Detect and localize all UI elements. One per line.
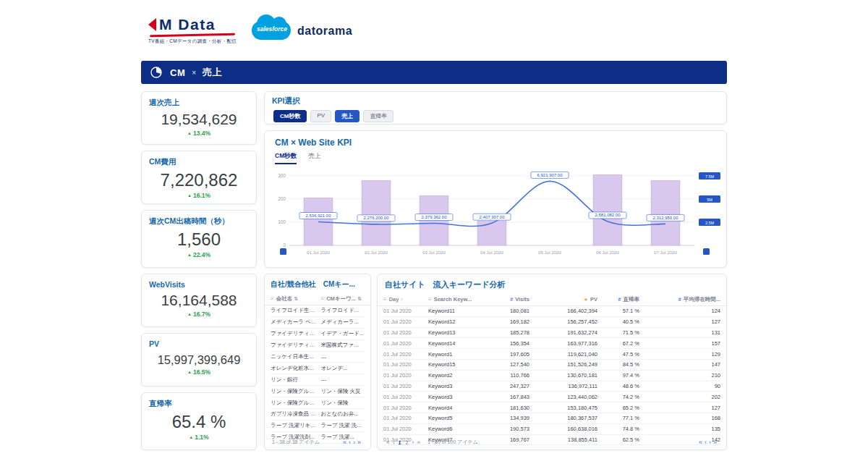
column-header-avg-duration[interactable]: # 平均滞在時間...: [639, 296, 720, 303]
inflow-table-title: 自社サイト 流入キーワード分析: [378, 274, 726, 293]
table-cell: 185,278: [485, 329, 529, 336]
kpi-card-value: 16,164,588: [142, 292, 256, 309]
dashboard-page: M Data TV番組・CMデータの調査・分析・配信 salesforce da…: [0, 0, 868, 456]
last-page-button[interactable]: »: [417, 439, 420, 446]
logo-mark-icon: [148, 18, 156, 31]
titlebar-left-label: CM: [170, 67, 185, 78]
next-page-button[interactable]: ›: [412, 439, 414, 446]
page-number-1[interactable]: 1: [399, 440, 401, 445]
column-header-company[interactable]: 会社名 ⇅: [271, 295, 321, 303]
point-label: 2,407,307.00: [479, 215, 505, 219]
table-row[interactable]: 01 Jul 2020Keyword2110,766130,670,18197.…: [383, 371, 720, 381]
column-header-bounce-rate[interactable]: # 直帰率: [597, 296, 639, 303]
table-cell: 180,081: [485, 308, 529, 314]
first-page-button[interactable]: «: [386, 439, 390, 446]
table-cell: 147: [639, 361, 720, 368]
kpi-card-pv: PV 15,997,399,649 ▲16.5%: [141, 333, 257, 387]
axis-scroll-right-icon: [703, 248, 710, 255]
kpi-card-delta: ▲16.7%: [142, 311, 256, 318]
keyword-table-header: 会社名 ⇅ CMキーワ... ⇅: [265, 292, 370, 305]
table-row[interactable]: リン・銀行---: [271, 374, 365, 386]
table-cell: 180,367,537: [529, 415, 597, 421]
x-axis-label: 03 Jul 2020: [422, 250, 446, 255]
table-row[interactable]: 01 Jul 2020Keyword13185,278191,632,27471…: [383, 328, 720, 339]
metric-icon: #: [678, 297, 681, 302]
bar: [651, 180, 680, 245]
kpi-select-widget: KPI選択 CM秒数 PV 売上 直帰率: [264, 91, 727, 124]
table-row[interactable]: ファイデリティ投資信...イデア・ガード...: [271, 329, 365, 340]
kpi-select-title: KPI選択: [265, 92, 726, 106]
table-cell: 135: [639, 426, 720, 432]
logo-underline: [150, 33, 235, 37]
sort-icon[interactable]: ⇅: [357, 296, 362, 302]
table-cell: ガブリ冷凍食品 お弁...: [271, 410, 321, 418]
column-header-visits[interactable]: # Visits: [485, 296, 529, 303]
table-row[interactable]: 01 Jul 2020Keyword15127,540151,526,24984…: [383, 360, 720, 371]
kpi-card-value: 19,534,629: [142, 111, 256, 128]
prev-page-button[interactable]: ‹: [393, 439, 395, 446]
table-cell: Keyword1: [428, 351, 485, 358]
logo-tagline: TV番組・CMデータの調査・分析・配信: [148, 38, 246, 45]
table-row[interactable]: 01 Jul 2020Keyword6190,573160,638,01674.…: [383, 424, 720, 435]
table-row[interactable]: ライフロイド生命...ライフロイド生命...: [271, 305, 365, 317]
kpi-card-delta: ▲16.1%: [142, 192, 256, 199]
sort-asc-icon[interactable]: ↑: [400, 297, 403, 302]
chart-tab-sales[interactable]: 売上: [308, 152, 320, 164]
table-row[interactable]: 01 Jul 2020Keyword12169,182156,257,45240…: [383, 317, 720, 328]
table-cell: 48.6 %: [597, 383, 639, 389]
table-row[interactable]: リン・保険グループ...リン・保険: [271, 397, 365, 409]
point-label: 2,276,200.00: [363, 216, 389, 220]
table-cell: ライフロイド生命...: [321, 307, 365, 314]
items-count-label: 1 - 50 of 100 アイテム: [427, 439, 478, 446]
table-row[interactable]: 01 Jul 2020Keyword3167,843123,440,06274.…: [383, 392, 720, 402]
table-cell: 40.5 %: [597, 318, 639, 325]
table-row[interactable]: ガブリ冷凍食品 お弁...おとなのお弁...: [271, 409, 365, 421]
table-cell: ---: [321, 376, 365, 383]
table-row[interactable]: オレンヂ化粧水...オレンヂ...: [271, 363, 365, 374]
table-cell: 181,630: [485, 405, 529, 411]
table-row[interactable]: 01 Jul 2020Keyword11180,081166,402,39457…: [383, 306, 720, 317]
table-row[interactable]: 01 Jul 2020Keyword3247,327136,972,11148.…: [383, 381, 720, 392]
table-cell: 124: [639, 308, 720, 314]
table-cell: メディカーラ...: [321, 318, 365, 326]
kpi-card-title: WebVisits: [142, 274, 256, 289]
kpi-card-web-visits: WebVisits 16,164,588 ▲16.7%: [141, 274, 257, 327]
table-cell: 136,972,111: [529, 383, 597, 389]
kpi-chip-bounce-rate[interactable]: 直帰率: [363, 110, 393, 122]
table-row[interactable]: 01 Jul 2020Keyword14156,354163,977,31667…: [383, 338, 720, 349]
keyword-table-body: ライフロイド生命...ライフロイド生命...メディカーラ ペア...メディカーラ…: [265, 305, 370, 444]
table-cell: Keyword14: [428, 340, 485, 347]
column-header-day[interactable]: Day ↑: [383, 296, 428, 303]
table-cell: ニッケイ日本生...: [271, 353, 321, 360]
kpi-card-cm-cost: CM費用 7,220,862 ▲16.1%: [141, 151, 257, 204]
table-row[interactable]: リン・保険グループ...リン・保険 火災: [271, 386, 365, 397]
column-header-search-keyword[interactable]: Search Keyw...: [428, 296, 485, 303]
pager-arrows[interactable]: «‹›»: [699, 439, 719, 446]
table-cell: イデア・ガード...: [321, 330, 365, 337]
table-row[interactable]: 01 Jul 2020Keyword4181,630153,180,47565.…: [383, 402, 720, 413]
table-row[interactable]: メディカーラ ペア...メディカーラ...: [271, 317, 365, 329]
column-header-pv[interactable]: ★ PV: [529, 296, 597, 303]
kpi-chip-cm-seconds[interactable]: CM秒数: [273, 110, 307, 122]
table-row[interactable]: ニッケイ日本生...---: [271, 352, 365, 363]
table-cell: 110,766: [485, 372, 529, 379]
kpi-chip-pv[interactable]: PV: [310, 110, 331, 122]
table-cell: 84.5 %: [597, 361, 639, 368]
chart-tab-cm-seconds[interactable]: CM秒数: [275, 152, 297, 164]
table-cell: 127: [639, 405, 720, 411]
axis-scroll-left-icon: [280, 248, 286, 255]
inflow-table-footer: « ‹ 1 2 › » 1 - 50 of 100 アイテム «‹›»: [378, 435, 726, 449]
column-header-cm-keyword[interactable]: CMキーワ... ⇅: [321, 295, 365, 303]
kpi-card-cm-seconds: 週次CM出稿時間（秒） 1,560 ▲22.4%: [141, 210, 257, 268]
table-cell: 169,182: [485, 318, 529, 325]
table-cell: 123,440,062: [529, 394, 597, 400]
table-row[interactable]: ファイデリティ投資信...米国株式ファンド...: [271, 340, 365, 352]
table-row[interactable]: ラーブ 洗濯リキッド...ラーブ 洗濯 洗剤...: [271, 421, 365, 432]
table-row[interactable]: 01 Jul 2020Keyword1197,605119,621,04047.…: [383, 349, 720, 360]
page-number-2[interactable]: 2: [405, 440, 408, 445]
table-row[interactable]: 01 Jul 2020Keyword5134,939180,367,53777.…: [383, 413, 720, 424]
lm-data-logo: M Data TV番組・CMデータの調査・分析・配信: [148, 16, 246, 45]
kpi-chip-sales[interactable]: 売上: [335, 110, 359, 122]
sort-icon[interactable]: ⇅: [294, 296, 298, 302]
pager-arrows[interactable]: «‹›»: [343, 439, 363, 446]
